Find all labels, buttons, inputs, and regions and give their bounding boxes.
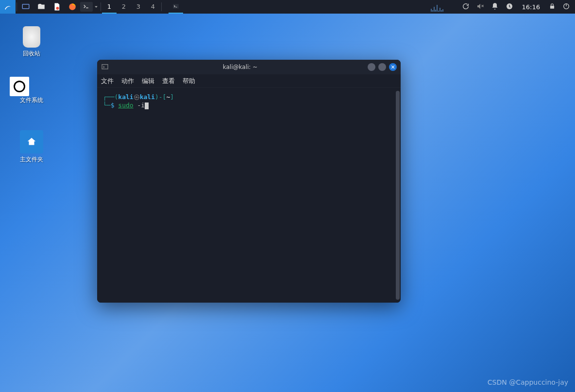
menu-view[interactable]: 查看 [162, 77, 175, 85]
scrollbar[interactable] [396, 91, 400, 300]
trash-label: 回收站 [10, 50, 53, 58]
volume-muted-icon[interactable] [476, 2, 484, 12]
panel-right: 16:16 [431, 2, 575, 12]
workspace-2[interactable]: 2 [117, 0, 131, 14]
file-manager-icon[interactable] [34, 0, 49, 14]
svg-rect-5 [550, 5, 554, 8]
desktop-show-icon[interactable] [18, 0, 34, 14]
terminal-titlebar[interactable]: kali@kali: ~ ✕ [97, 60, 401, 74]
workspace-3[interactable]: 3 [131, 0, 146, 14]
watermark: CSDN @Cappuccino-jay [488, 378, 568, 386]
command-text: sudo [118, 102, 133, 109]
svg-point-1 [56, 7, 59, 10]
power-icon[interactable] [562, 2, 570, 12]
scrollbar-thumb[interactable] [396, 91, 400, 300]
filesystem-label: 文件系统 [10, 96, 53, 104]
svg-rect-0 [22, 4, 29, 9]
menu-file[interactable]: 文件 [101, 77, 114, 85]
trash-icon [23, 26, 40, 48]
menu-edit[interactable]: 编辑 [142, 77, 154, 85]
lock-icon[interactable] [549, 3, 556, 11]
notification-bell-icon[interactable] [491, 2, 499, 12]
filesystem-desktop-icon[interactable]: 文件系统 [10, 77, 53, 104]
text-editor-icon[interactable] [49, 0, 65, 14]
panel-left: 1 2 3 4 [0, 0, 183, 14]
trash-desktop-icon[interactable]: 回收站 [10, 26, 53, 58]
home-label: 主文件夹 [10, 155, 53, 164]
prompt-line-1: ┌──(kali㉿kali)-[~] [103, 93, 395, 102]
terminal-window[interactable]: kali@kali: ~ ✕ 文件 动作 编辑 查看 帮助 ┌──(kali㉿k… [97, 60, 401, 303]
menu-help[interactable]: 帮助 [183, 77, 195, 85]
terminal-menubar: 文件 动作 编辑 查看 帮助 [97, 74, 401, 88]
desktop[interactable]: 回收站 文件系统 主文件夹 kali@kali: ~ ✕ 文件 动作 [0, 14, 575, 392]
terminal-launcher-icon[interactable] [80, 2, 93, 12]
firefox-icon[interactable] [65, 0, 80, 14]
svg-rect-8 [102, 65, 108, 69]
updates-icon[interactable] [506, 2, 513, 12]
menu-actions[interactable]: 动作 [121, 77, 134, 85]
window-title: kali@kali: ~ [113, 64, 368, 70]
separator [17, 2, 17, 11]
terminal-body[interactable]: ┌──(kali㉿kali)-[~] └─$ sudo -i [97, 88, 401, 303]
terminal-dropdown-icon[interactable] [93, 0, 100, 14]
minimize-button[interactable] [368, 63, 375, 71]
workspace-4[interactable]: 4 [146, 0, 160, 14]
svg-point-7 [15, 82, 25, 92]
kali-menu-icon[interactable] [0, 0, 16, 14]
window-terminal-icon [101, 63, 109, 71]
separator [161, 2, 162, 11]
close-button[interactable]: ✕ [389, 63, 397, 71]
clock[interactable]: 16:16 [520, 3, 542, 11]
top-panel: 1 2 3 4 16:16 [0, 0, 575, 14]
filesystem-icon [10, 77, 29, 96]
workspace-switcher: 1 2 3 4 [102, 0, 160, 14]
prompt-line-2: └─$ sudo -i [103, 102, 395, 109]
cursor-icon [145, 102, 149, 109]
refresh-icon[interactable] [462, 2, 470, 12]
maximize-button[interactable] [378, 63, 386, 71]
window-controls: ✕ [368, 63, 397, 71]
home-desktop-icon[interactable]: 主文件夹 [10, 130, 53, 164]
separator [101, 2, 101, 11]
svg-rect-3 [173, 4, 179, 8]
network-graph-icon[interactable] [431, 2, 455, 12]
home-folder-icon [20, 130, 43, 153]
workspace-1[interactable]: 1 [102, 0, 117, 14]
taskbar-terminal[interactable] [169, 0, 183, 14]
